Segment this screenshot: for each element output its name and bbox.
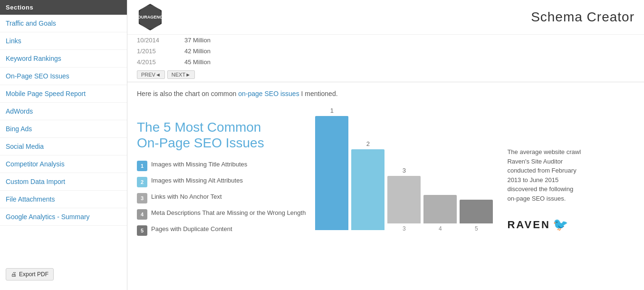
bar-container-2: 2: [351, 140, 384, 232]
value-cell: 45 Million: [184, 58, 211, 66]
table-row: 1/2015 42 Million: [137, 46, 634, 57]
nav-buttons: PREV◄ NEXT►: [137, 68, 634, 82]
value-cell: 37 Million: [184, 37, 211, 44]
value-cell: 42 Million: [184, 48, 211, 55]
chart-section: The 5 Most Common On-Page SEO Issues 1 I…: [127, 104, 644, 251]
issue-label: Links with No Anchor Text: [151, 193, 222, 200]
issue-label: Images with Missing Alt Attributes: [151, 177, 243, 184]
issue-label: Pages with Duplicate Content: [151, 225, 232, 232]
agency-logo: YOUR AGENCY: [137, 4, 163, 30]
printer-icon: 🖨: [11, 271, 17, 278]
chart-left: The 5 Most Common On-Page SEO Issues 1 I…: [137, 119, 306, 242]
date-cell: 1/2015: [137, 48, 175, 55]
date-cell: 10/2014: [137, 37, 175, 44]
bar-bottom-3: 3: [403, 225, 406, 232]
issue-badge-5: 5: [137, 225, 147, 236]
table-row: 10/2014 37 Million: [137, 35, 634, 46]
prev-button[interactable]: PREV◄: [137, 70, 165, 79]
issue-badge-1: 1: [137, 161, 147, 171]
bar-container-3: 3 3: [387, 167, 421, 232]
main-content: YOUR AGENCY Schema Creator 10/2014 37 Mi…: [127, 0, 644, 290]
intro-text: Here is also the chart on common on-page…: [127, 82, 644, 104]
bar-1: [315, 116, 348, 230]
sidebar-item-adwords[interactable]: AdWords: [0, 103, 127, 120]
sidebar-item-social-media[interactable]: Social Media: [0, 138, 127, 155]
chart-title: The 5 Most Common On-Page SEO Issues: [137, 119, 306, 151]
schema-creator-title: Schema Creator: [531, 10, 634, 25]
sidebar-header: Sections: [0, 0, 127, 15]
chart-note: The average website crawl Raven's Site A…: [507, 147, 583, 208]
sidebar-item-custom-data-import[interactable]: Custom Data Import: [0, 173, 127, 191]
sidebar-item-google-analytics-summary[interactable]: Google Analytics - Summary: [0, 208, 127, 226]
bar-3: [387, 176, 421, 223]
sidebar-item-competitor-analysis[interactable]: Competitor Analysis: [0, 155, 127, 173]
bar-2: [351, 149, 384, 230]
bar-container-5: 5: [460, 200, 493, 232]
data-table-area: 10/2014 37 Million 1/2015 42 Million 4/2…: [127, 35, 644, 82]
issue-badge-4: 4: [137, 209, 147, 220]
bar-label-3: 3: [403, 167, 406, 174]
list-item: 4 Meta Descriptions That are Missing or …: [137, 209, 306, 220]
bar-bottom-5: 5: [475, 225, 478, 232]
sidebar-footer: 🖨 Export PDF: [0, 263, 127, 285]
raven-bird-icon: 🐦: [553, 217, 569, 232]
next-button[interactable]: NEXT►: [167, 70, 195, 79]
sidebar-item-keyword-rankings[interactable]: Keyword Rankings: [0, 50, 127, 68]
bar-label-1: 1: [330, 107, 334, 114]
raven-logo: RAVEN 🐦: [507, 217, 583, 232]
export-pdf-button[interactable]: 🖨 Export PDF: [6, 268, 54, 280]
issue-label: Meta Descriptions That are Missing or th…: [151, 209, 306, 216]
date-cell: 4/2015: [137, 58, 175, 66]
issue-list: 1 Images with Missing Title Attributes 2…: [137, 161, 306, 236]
table-row: 4/2015 45 Million: [137, 57, 634, 68]
issue-badge-2: 2: [137, 177, 147, 187]
issue-badge-3: 3: [137, 193, 147, 203]
sidebar: Sections Traffic and Goals Links Keyword…: [0, 0, 127, 290]
sidebar-item-links[interactable]: Links: [0, 32, 127, 50]
list-item: 2 Images with Missing Alt Attributes: [137, 177, 306, 187]
list-item: 5 Pages with Duplicate Content: [137, 225, 306, 236]
bar-bottom-4: 4: [439, 225, 442, 232]
bar-container-1: 1: [315, 107, 348, 232]
bar-4: [423, 195, 457, 223]
topbar: YOUR AGENCY Schema Creator: [127, 0, 644, 35]
bar-chart: 1 2 3 3 4 5: [315, 108, 493, 242]
sidebar-item-on-page-seo-issues[interactable]: On-Page SEO Issues: [0, 68, 127, 85]
sidebar-item-traffic-and-goals[interactable]: Traffic and Goals: [0, 15, 127, 32]
list-item: 3 Links with No Anchor Text: [137, 193, 306, 203]
bar-label-2: 2: [366, 140, 370, 147]
bar-5: [460, 200, 493, 223]
chart-right: The average website crawl Raven's Site A…: [502, 147, 583, 242]
sidebar-item-mobile-page-speed-report[interactable]: Mobile Page Speed Report: [0, 85, 127, 103]
bar-container-4: 4: [423, 195, 457, 232]
issue-label: Images with Missing Title Attributes: [151, 161, 247, 168]
sidebar-item-file-attachments[interactable]: File Attachments: [0, 191, 127, 208]
list-item: 1 Images with Missing Title Attributes: [137, 161, 306, 171]
sidebar-item-bing-ads[interactable]: Bing Ads: [0, 120, 127, 138]
